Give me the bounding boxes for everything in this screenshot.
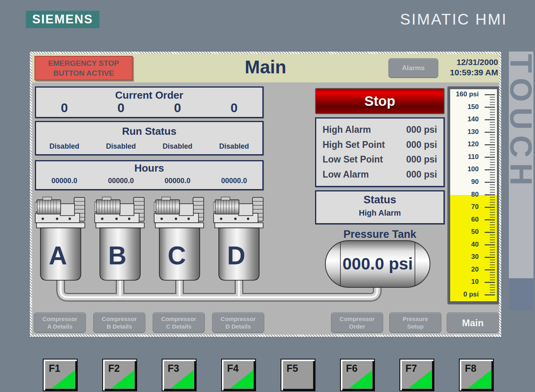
setpoint-row: Low Alarm 000 psi <box>323 169 437 180</box>
nav-line: Compressor <box>340 315 374 323</box>
touch-label: TOUCH <box>509 54 533 191</box>
hours-title: Hours <box>36 162 262 174</box>
compressor-a-graphic: A <box>35 197 86 286</box>
gauge-scale: 160 psi150140130120110100908070605040302… <box>450 89 497 301</box>
setpoints-panel: High Alarm 000 psi High Set Point 000 ps… <box>315 117 445 187</box>
gauge-tick-label: 30 <box>450 253 479 261</box>
setpoint-label: Low Alarm <box>323 169 369 180</box>
gauge-tick-label: 50 <box>450 228 479 236</box>
compressor-order-button[interactable]: Compressor Order <box>331 312 383 333</box>
pressure-tank-label: Pressure Tank <box>315 228 445 241</box>
gauge-labels: 160 psi150140130120110100908070605040302… <box>450 89 480 301</box>
run-status-value: Disabled <box>206 142 262 151</box>
compressor-letter: C <box>154 241 200 270</box>
date-value: 12/31/2000 <box>450 57 498 67</box>
run-status-value: Disabled <box>36 142 93 151</box>
fkey-label: F1 <box>49 363 60 374</box>
fkey-label: F3 <box>168 363 179 374</box>
stop-button[interactable]: Stop <box>315 88 445 114</box>
setpoint-value: 000 psi <box>406 140 437 150</box>
current-order-value: 0 <box>206 101 262 115</box>
f3-key[interactable]: F3 <box>162 359 197 391</box>
gauge-tick-label: 130 <box>450 128 479 136</box>
alarms-button[interactable]: Alarms <box>388 58 438 78</box>
nav-line: Compressor <box>102 315 137 323</box>
f4-key[interactable]: F4 <box>221 359 256 391</box>
f6-key[interactable]: F6 <box>340 359 375 391</box>
hmi-screen: Main EMERGENCY STOP BUTTON ACTIVE Alarms… <box>30 52 501 337</box>
time-value: 10:59:39 AM <box>450 67 498 78</box>
gauge-tick-label: 90 <box>450 178 479 186</box>
nav-line: D Details <box>225 323 251 330</box>
main-screen-button[interactable]: Main <box>447 312 499 333</box>
setpoint-value: 000 psi <box>406 154 437 165</box>
pressure-gauge: 160 psi150140130120110100908070605040302… <box>447 86 499 304</box>
setpoint-label: Low Set Point <box>323 154 383 165</box>
gauge-tick-label: 140 <box>450 115 479 123</box>
hours-value: 00000.0 <box>206 177 262 185</box>
nav-line: Compressor <box>161 315 196 323</box>
gauge-tick-label: 20 <box>450 266 479 273</box>
status-title: Status <box>316 194 443 206</box>
tank-seam <box>415 242 415 286</box>
compressor-a-details-button[interactable]: Compressor A Details <box>34 312 86 333</box>
run-status-value: Disabled <box>93 142 149 151</box>
emergency-line1: EMERGENCY STOP <box>48 58 119 68</box>
fkey-label: F4 <box>227 363 239 374</box>
screen-body: Current Order 0 0 0 0 Run Status Disable… <box>32 82 499 335</box>
nav-line: C Details <box>166 323 191 330</box>
gauge-tick-label: 120 <box>450 140 479 148</box>
f5-key[interactable]: F5 <box>281 359 315 391</box>
nav-line: Compressor <box>42 315 77 323</box>
f7-key[interactable]: F7 <box>399 359 434 391</box>
current-order-value: 0 <box>93 101 149 115</box>
current-order-value: 0 <box>36 101 93 115</box>
nav-line: Compressor <box>221 315 256 323</box>
gauge-tick-label: 110 <box>450 153 479 161</box>
hours-value: 00000.0 <box>36 177 93 185</box>
f8-key[interactable]: F8 <box>459 359 494 391</box>
f1-key[interactable]: F1 <box>43 359 78 391</box>
compressor-b-details-button[interactable]: Compressor B Details <box>93 312 145 333</box>
setpoint-label: High Set Point <box>323 140 385 150</box>
nav-line: Main <box>462 319 484 327</box>
current-order-value: 0 <box>149 101 206 115</box>
datetime-display: 12/31/2000 10:59:39 AM <box>450 57 498 78</box>
compressor-c-details-button[interactable]: Compressor C Details <box>153 312 205 333</box>
setpoint-row: High Alarm 000 psi <box>323 124 437 135</box>
fkey-label: F8 <box>465 363 476 374</box>
status-value: High Alarm <box>316 208 443 218</box>
setpoint-label: High Alarm <box>323 124 371 135</box>
current-order-title: Current Order <box>36 89 262 101</box>
f2-key[interactable]: F2 <box>102 359 137 391</box>
compressor-d-graphic: D <box>213 197 265 286</box>
compressor-b-graphic: B <box>94 197 146 286</box>
screen-header: Main EMERGENCY STOP BUTTON ACTIVE Alarms… <box>32 54 499 82</box>
gauge-tick-label: 40 <box>450 241 479 249</box>
pressure-setup-button[interactable]: Pressure Setup <box>389 312 441 333</box>
nav-line: Setup <box>407 323 424 330</box>
nav-line: B Details <box>107 323 132 330</box>
siemens-logo: SIEMENS <box>26 11 99 28</box>
tank-seam <box>340 242 341 286</box>
setpoint-row: Low Set Point 000 psi <box>323 154 437 165</box>
touch-strip: TOUCH <box>509 52 533 278</box>
hmi-panel: SIEMENS SIMATIC HMI TOUCH Main EMERGENCY… <box>0 0 535 392</box>
nav-line: Order <box>349 323 365 330</box>
tank-pressure-value: 000.0 psi <box>342 254 413 273</box>
compressor-letter: A <box>35 241 81 270</box>
pressure-tank-graphic: 000.0 psi <box>325 240 430 288</box>
setpoint-row: High Set Point 000 psi <box>323 140 437 150</box>
hours-panel: Hours 00000.0 00000.0 00000.0 00000.0 <box>35 160 264 190</box>
fkey-label: F5 <box>287 363 298 374</box>
nav-line: Pressure <box>403 315 428 323</box>
run-status-title: Run Status <box>36 125 262 138</box>
fkey-label: F2 <box>108 363 120 374</box>
compressor-letter: B <box>94 241 140 270</box>
gauge-tick-label: 70 <box>450 203 479 211</box>
status-panel: Status High Alarm <box>315 190 445 224</box>
compressor-d-details-button[interactable]: Compressor D Details <box>212 312 264 333</box>
gauge-tick-label: 60 <box>450 216 479 224</box>
gauge-tick-label: 0 psi <box>450 291 479 298</box>
setpoint-value: 000 psi <box>406 124 437 135</box>
